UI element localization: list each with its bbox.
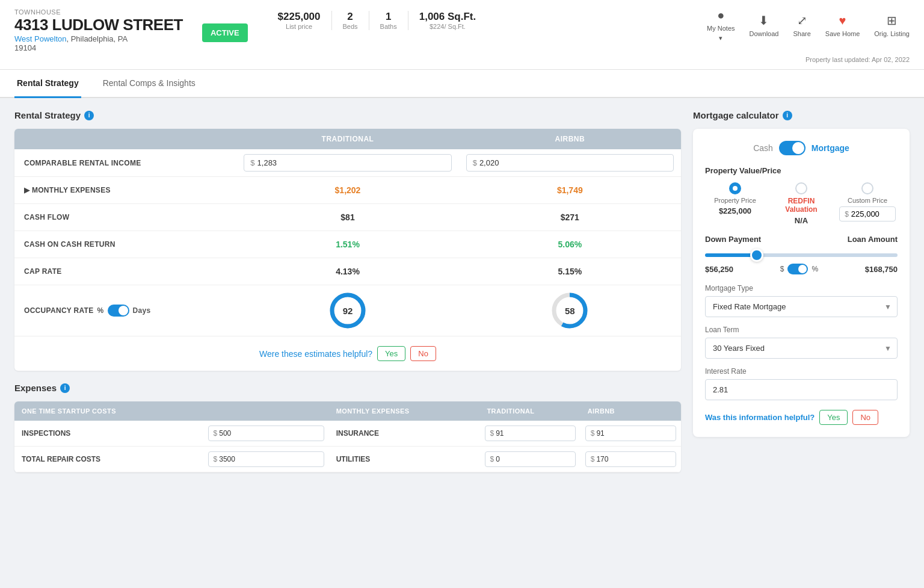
price-radio-group: Property Price $225,000 REDFINValuation … [705,182,898,225]
redfin-valuation-label: REDFINValuation [785,197,817,214]
traditional-expenses-value: $1,202 [236,177,458,203]
cash-label: Cash [753,143,773,153]
airbnb-expenses-value: $1,749 [459,177,681,203]
airbnb-header: AIRBNB [581,401,681,421]
expenses-title: Expenses i [14,383,681,393]
interest-rate-field: Interest Rate [705,367,898,400]
repair-input-cell: $ [203,447,329,472]
airbnb-cashflow-value: $271 [459,204,681,231]
repair-label: TOTAL REPAIR COSTS [14,448,203,471]
feedback-row: Were these estimates helpful? Yes No [14,336,681,371]
inspections-label: INSPECTIONS [14,422,203,445]
mortgage-label: Mortgage [812,143,849,153]
download-button[interactable]: ⬇ Download [750,13,779,37]
property-type: TOWNHOUSE [14,8,183,16]
mortgage-info-icon[interactable]: i [783,111,792,120]
down-payment-values: $56,250 $ % $168,750 [705,264,898,274]
mortgage-no-button[interactable]: No [852,410,878,425]
table-row: INSPECTIONS $ INSURANCE $ $ [14,421,681,447]
property-price-option-value: $225,000 [719,206,751,215]
interest-rate-input[interactable] [705,379,898,400]
expenses-info-icon[interactable]: i [60,383,70,393]
airbnb-rental-input-wrap: $ [466,154,674,172]
cash-mortgage-toggle[interactable] [779,141,805,155]
heart-icon: ♥ [839,14,846,28]
feedback-question: Were these estimates helpful? [259,349,372,359]
redfin-valuation-value: N/A [795,216,808,225]
table-row: CASH ON CASH RETURN 1.51% 5.06% [14,231,681,258]
mortgage-type-select[interactable]: Fixed Rate Mortgage Adjustable Rate Mort… [705,296,898,317]
days-label: Days [133,306,151,315]
utilities-airbnb-cell: $ [581,447,681,472]
loan-amount-label: Loan Amount [848,235,898,244]
col-traditional-header: TRADITIONAL [236,129,458,149]
mortgage-helpful-row: Was this information helpful? Yes No [705,410,898,425]
last-updated: Property last updated: Apr 02, 2022 [14,56,910,63]
occupancy-toggle[interactable] [108,305,129,317]
main-content: Rental Strategy i TRADITIONAL AIRBNB COM… [0,98,924,484]
mortgage-calculator-title: Mortgage calculator i [693,110,910,120]
insurance-airbnb-cell: $ [581,421,681,446]
occupancy-toggle-container: % Days [97,305,151,317]
utilities-traditional-input[interactable] [496,455,526,463]
share-button[interactable]: ⤢ Share [793,13,810,37]
traditional-rental-input-wrap: $ [244,154,451,172]
utilities-airbnb-input[interactable] [596,455,626,463]
traditional-rental-input[interactable] [257,158,300,167]
rental-strategy-table: TRADITIONAL AIRBNB COMPARABLE RENTAL INC… [14,129,681,371]
redfin-valuation-radio[interactable] [795,182,807,194]
table-row: TOTAL REPAIR COSTS $ UTILITIES $ [14,447,681,472]
mortgage-type-label: Mortgage Type [705,284,898,292]
row-label-caprate: CAP RATE [14,259,236,284]
insurance-traditional-input[interactable] [496,429,526,438]
insurance-airbnb-input[interactable] [596,429,626,438]
down-payment-slider[interactable] [705,253,898,257]
row-label-expenses: ▶ MONTHLY EXPENSES [14,178,236,203]
airbnb-rental-input-cell: $ [459,149,681,176]
orig-listing-button[interactable]: ⊞ Orig. Listing [874,13,910,37]
utilities-label: UTILITIES [329,448,480,471]
down-payment-label: Down Payment [705,235,761,244]
header-actions: ● My Notes ▾ ⬇ Download ⤢ Share ♥ Save H… [707,8,910,42]
down-payment-amount: $56,250 [705,265,733,274]
loan-amount-value: $168,750 [865,265,898,274]
traditional-header: TRADITIONAL [480,401,581,421]
mortgage-type-select-wrap: Fixed Rate Mortgage Adjustable Rate Mort… [705,296,898,317]
cash-mortgage-toggle-row: Cash Mortgage [705,141,898,155]
airbnb-occupancy-value: 58 [565,306,575,316]
rental-strategy-info-icon[interactable]: i [84,111,94,120]
notes-icon: ● [717,8,724,22]
property-zip: 19104 [14,43,183,52]
custom-price-input[interactable] [851,209,890,218]
property-info: TOWNHOUSE 4313 LUDLOW STREET West Powelt… [14,8,183,52]
baths-stat: 1 Baths [369,11,408,30]
tab-rental-comps[interactable]: Rental Comps & Insights [100,70,198,98]
mortgage-card: Cash Mortgage Property Value/Price Prope… [693,129,910,437]
airbnb-rental-input[interactable] [479,158,522,167]
interest-rate-label: Interest Rate [705,367,898,376]
inspections-input[interactable] [219,429,249,438]
feedback-no-button[interactable]: No [410,346,436,361]
feedback-yes-button[interactable]: Yes [377,346,405,361]
repair-input[interactable] [219,455,249,463]
custom-price-radio[interactable] [861,182,873,194]
dp-unit-toggle[interactable] [787,264,808,274]
mortgage-yes-button[interactable]: Yes [819,410,848,425]
table-row: COMPARABLE RENTAL INCOME $ $ [14,149,681,177]
inspections-input-cell: $ [203,421,329,446]
one-time-value-header [203,401,329,421]
traditional-cocr-value: 1.51% [236,231,458,258]
tabs: Rental Strategy Rental Comps & Insights [0,70,924,98]
airbnb-cocr-value: 5.06% [459,231,681,258]
mortgage-helpful-question: Was this information helpful? [705,413,815,422]
save-home-button[interactable]: ♥ Save Home [825,14,860,37]
loan-term-select[interactable]: 30 Years Fixed 15 Years Fixed 20 Years F… [705,338,898,359]
traditional-rental-input-cell: $ [236,149,458,176]
neighborhood-link[interactable]: West Powelton [14,34,66,43]
property-price-radio[interactable] [729,182,741,194]
my-notes-button[interactable]: ● My Notes ▾ [707,8,735,42]
row-label-comparable: COMPARABLE RENTAL INCOME [14,150,236,176]
insurance-label: INSURANCE [329,422,480,445]
tab-rental-strategy[interactable]: Rental Strategy [14,70,81,98]
traditional-caprate-value: 4.13% [236,258,458,285]
